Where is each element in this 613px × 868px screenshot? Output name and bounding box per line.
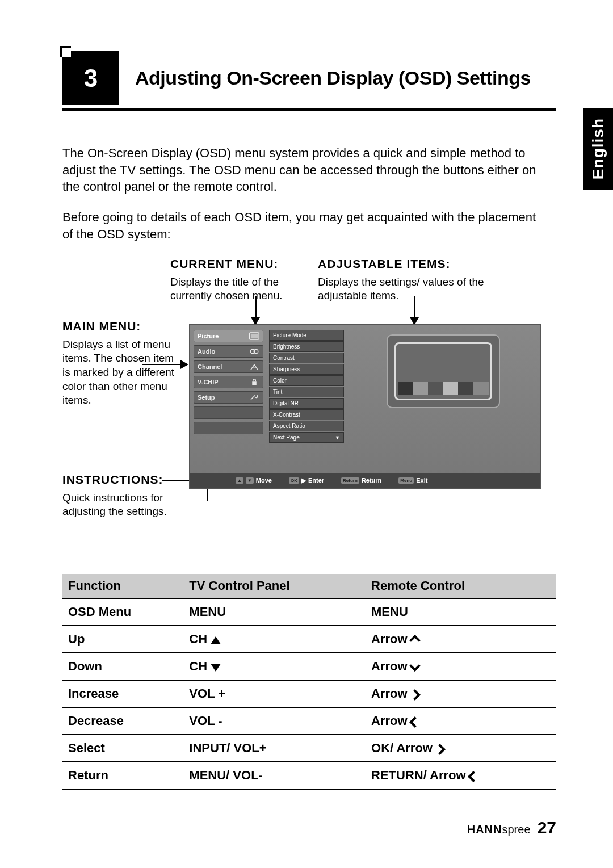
osd-main-label: V-CHIP — [198, 379, 219, 385]
cell-remote: OK/ Arrow — [366, 735, 556, 762]
brand-light: spree — [502, 823, 530, 836]
osd-adj-item: Digital NR — [269, 398, 344, 409]
instr-label: Return — [362, 477, 381, 484]
cell-text: CH — [189, 632, 207, 646]
cell-panel: MENU — [183, 598, 366, 626]
brand-bold: HANN — [467, 823, 502, 836]
callout-text: Displays the settings/ values of the adj… — [318, 275, 499, 303]
osd-adj-label: X-Contrast — [273, 412, 300, 418]
chevron-left-icon — [468, 771, 479, 782]
page-footer: HANNspree 27 — [62, 818, 556, 837]
chevron-up-icon — [409, 635, 421, 646]
arrow-line — [255, 296, 257, 318]
cell-panel: MENU/ VOL- — [183, 762, 366, 789]
cell-function: Up — [62, 626, 183, 653]
instr-label: Exit — [416, 477, 427, 484]
cell-panel: INPUT/ VOL+ — [183, 735, 366, 762]
chevron-down-icon: ▼ — [335, 435, 340, 441]
th-remote: Remote Control — [366, 574, 556, 598]
cell-remote: Arrow — [366, 653, 556, 680]
osd-preview-column — [346, 325, 540, 488]
cell-text: Arrow — [371, 686, 408, 701]
cell-remote: Arrow — [366, 626, 556, 653]
osd-adj-label: Contrast — [273, 355, 295, 361]
osd-adj-label: Tint — [273, 389, 282, 395]
page-number: 27 — [538, 818, 556, 837]
cell-panel: VOL - — [183, 707, 366, 735]
cell-text: OK/ Arrow — [371, 741, 433, 755]
table-row: Up CH Arrow — [62, 626, 556, 653]
chevron-right-icon — [434, 744, 446, 755]
osd-adj-item: Picture Mode — [269, 330, 344, 341]
cell-panel: CH — [183, 626, 366, 653]
antenna-icon — [249, 363, 259, 371]
cell-remote: Arrow — [366, 680, 556, 707]
instr-label: Move — [256, 477, 272, 484]
osd-adj-item: Aspect Ratio — [269, 421, 344, 431]
osd-main-label: Setup — [198, 394, 215, 401]
callout-main-menu: MAIN MENU: Displays a list of menu items… — [62, 318, 176, 408]
cell-text: Arrow — [371, 659, 408, 673]
cell-text: Arrow — [371, 632, 408, 646]
arrow-line — [414, 296, 415, 318]
osd-main-empty-slot — [194, 422, 263, 434]
osd-main-item-audio: Audio — [194, 345, 263, 358]
chapter-number: 3 — [62, 51, 119, 105]
callout-text: Displays a list of menu items. The chose… — [62, 338, 176, 408]
chapter-heading: 3 Adjusting On-Screen Display (OSD) Sett… — [62, 51, 556, 111]
osd-main-label: Audio — [198, 348, 215, 355]
osd-adj-item: Brightness — [269, 341, 344, 352]
osd-screenshot: Picture Audio Channel V-CHIP Setup — [189, 324, 541, 489]
osd-main-label: Picture — [198, 333, 219, 339]
callout-title: MAIN MENU: — [62, 318, 176, 334]
tools-icon — [249, 393, 259, 401]
cell-text: RETURN/ Arrow — [371, 768, 466, 782]
osd-adj-label: Aspect Ratio — [273, 423, 305, 429]
cell-panel: CH — [183, 653, 366, 680]
osd-adj-label: Next Page — [273, 434, 300, 441]
osd-adj-label: Digital NR — [273, 400, 299, 406]
chevron-left-icon — [409, 716, 421, 728]
osd-diagram: CURRENT MENU: Displays the title of the … — [62, 256, 556, 540]
osd-adj-item: Sharpness — [269, 364, 344, 375]
osd-main-item-setup: Setup — [194, 391, 263, 404]
callout-current-menu: CURRENT MENU: Displays the title of the … — [170, 256, 312, 303]
osd-main-empty-slot — [194, 406, 263, 419]
osd-adj-label: Brightness — [273, 343, 300, 350]
callout-title: ADJUSTABLE ITEMS: — [318, 256, 499, 271]
triangle-up-icon — [211, 636, 221, 644]
picture-icon — [249, 332, 259, 340]
osd-main-item-channel: Channel — [194, 360, 263, 373]
osd-instruction-bar: ▲▼Move OK▶Enter ReturnReturn MenuExit — [190, 473, 540, 488]
table-row: OSD Menu MENU MENU — [62, 598, 556, 626]
table-row: Select INPUT/ VOL+ OK/ Arrow — [62, 735, 556, 762]
instr-exit: MenuExit — [398, 477, 427, 484]
callout-title: INSTRUCTIONS: — [62, 472, 176, 487]
th-function: Function — [62, 574, 183, 598]
cell-text: CH — [189, 659, 207, 673]
osd-adj-item: Next Page▼ — [269, 432, 344, 443]
cell-function: Increase — [62, 680, 183, 707]
callout-adjustable-items: ADJUSTABLE ITEMS: Displays the settings/… — [318, 256, 499, 303]
arrow-right-icon — [180, 360, 188, 369]
instr-enter: OK▶Enter — [289, 477, 324, 484]
callout-instructions: INSTRUCTIONS: Quick instructions for adj… — [62, 472, 176, 519]
cell-remote: Arrow — [366, 707, 556, 735]
language-tab: English — [583, 108, 613, 190]
instr-move: ▲▼Move — [236, 477, 272, 484]
table-row: Return MENU/ VOL- RETURN/ Arrow — [62, 762, 556, 789]
osd-adj-item: Tint — [269, 387, 344, 397]
osd-adj-item: Contrast — [269, 353, 344, 363]
osd-main-item-vchip: V-CHIP — [194, 376, 263, 388]
cell-remote: RETURN/ Arrow — [366, 762, 556, 789]
controls-table: Function TV Control Panel Remote Control… — [62, 574, 556, 790]
lock-icon — [249, 378, 259, 386]
cell-function: Select — [62, 735, 183, 762]
callout-title: CURRENT MENU: — [170, 256, 312, 271]
cell-text: Arrow — [371, 714, 408, 728]
osd-adj-label: Sharpness — [273, 366, 300, 372]
table-row: Down CH Arrow — [62, 653, 556, 680]
osd-main-item-picture: Picture — [194, 330, 263, 342]
instr-return: ReturnReturn — [341, 477, 381, 484]
chevron-down-icon — [409, 660, 421, 672]
